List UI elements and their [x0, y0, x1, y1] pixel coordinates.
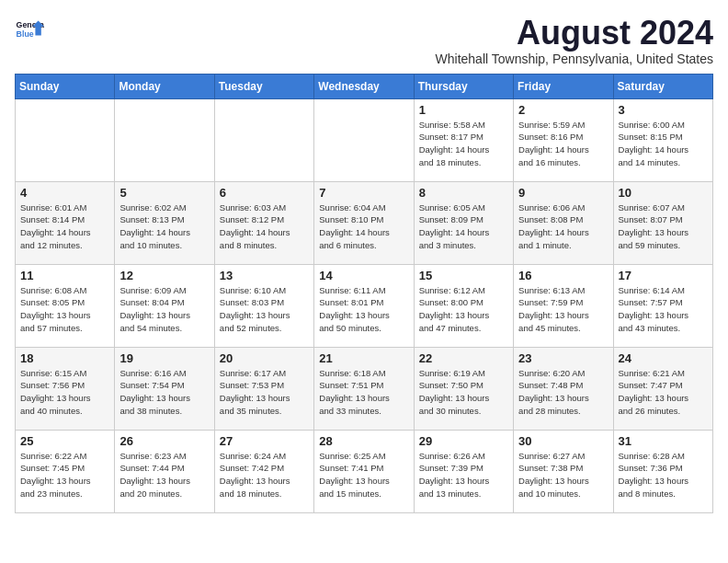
- day-number-9: 9: [518, 186, 608, 200]
- day-cell-26: 26Sunrise: 6:23 AM Sunset: 7:44 PM Dayli…: [115, 430, 214, 512]
- day-info-31: Sunrise: 6:28 AM Sunset: 7:36 PM Dayligh…: [619, 450, 708, 500]
- week-row-5: 25Sunrise: 6:22 AM Sunset: 7:45 PM Dayli…: [16, 430, 713, 512]
- day-number-10: 10: [619, 186, 708, 200]
- day-info-9: Sunrise: 6:06 AM Sunset: 8:08 PM Dayligh…: [518, 201, 608, 252]
- day-cell-22: 22Sunrise: 6:19 AM Sunset: 7:50 PM Dayli…: [414, 347, 513, 430]
- day-info-11: Sunrise: 6:08 AM Sunset: 8:05 PM Dayligh…: [20, 284, 109, 335]
- day-info-20: Sunrise: 6:17 AM Sunset: 7:53 PM Dayligh…: [220, 367, 309, 418]
- weekday-header-friday: Friday: [514, 74, 613, 98]
- day-info-4: Sunrise: 6:01 AM Sunset: 8:14 PM Dayligh…: [20, 201, 109, 252]
- day-cell-24: 24Sunrise: 6:21 AM Sunset: 7:47 PM Dayli…: [613, 347, 712, 430]
- weekday-header-monday: Monday: [115, 74, 214, 98]
- week-row-1: 1Sunrise: 5:58 AM Sunset: 8:17 PM Daylig…: [16, 98, 713, 181]
- day-number-3: 3: [619, 103, 708, 117]
- weekday-header-thursday: Thursday: [414, 74, 513, 98]
- empty-cell: [115, 98, 214, 181]
- day-cell-6: 6Sunrise: 6:03 AM Sunset: 8:12 PM Daylig…: [214, 181, 313, 264]
- day-number-13: 13: [220, 269, 309, 282]
- day-number-8: 8: [419, 186, 508, 200]
- day-info-1: Sunrise: 5:58 AM Sunset: 8:17 PM Dayligh…: [419, 119, 508, 169]
- day-cell-2: 2Sunrise: 5:59 AM Sunset: 8:16 PM Daylig…: [514, 98, 613, 181]
- week-row-4: 18Sunrise: 6:15 AM Sunset: 7:56 PM Dayli…: [16, 347, 713, 430]
- day-number-15: 15: [419, 269, 508, 282]
- logo: General Blue: [15, 15, 44, 44]
- day-cell-7: 7Sunrise: 6:04 AM Sunset: 8:10 PM Daylig…: [314, 181, 414, 264]
- day-cell-13: 13Sunrise: 6:10 AM Sunset: 8:03 PM Dayli…: [214, 264, 313, 347]
- day-info-26: Sunrise: 6:23 AM Sunset: 7:44 PM Dayligh…: [119, 450, 209, 500]
- day-info-19: Sunrise: 6:16 AM Sunset: 7:54 PM Dayligh…: [119, 367, 209, 418]
- calendar-table: SundayMondayTuesdayWednesdayThursdayFrid…: [15, 74, 713, 513]
- day-number-14: 14: [319, 269, 408, 282]
- day-number-7: 7: [319, 186, 408, 200]
- day-number-1: 1: [419, 103, 508, 117]
- day-info-3: Sunrise: 6:00 AM Sunset: 8:15 PM Dayligh…: [619, 119, 708, 169]
- day-number-29: 29: [419, 434, 508, 448]
- day-cell-5: 5Sunrise: 6:02 AM Sunset: 8:13 PM Daylig…: [115, 181, 214, 264]
- day-info-10: Sunrise: 6:07 AM Sunset: 8:07 PM Dayligh…: [619, 201, 708, 252]
- location-title: Whitehall Township, Pennsylvania, United…: [436, 52, 713, 66]
- day-cell-1: 1Sunrise: 5:58 AM Sunset: 8:17 PM Daylig…: [414, 98, 513, 181]
- day-cell-20: 20Sunrise: 6:17 AM Sunset: 7:53 PM Dayli…: [214, 347, 313, 430]
- day-info-23: Sunrise: 6:20 AM Sunset: 7:48 PM Dayligh…: [518, 367, 608, 418]
- week-row-3: 11Sunrise: 6:08 AM Sunset: 8:05 PM Dayli…: [16, 264, 713, 347]
- day-cell-10: 10Sunrise: 6:07 AM Sunset: 8:07 PM Dayli…: [613, 181, 712, 264]
- day-info-2: Sunrise: 5:59 AM Sunset: 8:16 PM Dayligh…: [518, 119, 608, 169]
- day-cell-8: 8Sunrise: 6:05 AM Sunset: 8:09 PM Daylig…: [414, 181, 513, 264]
- day-info-21: Sunrise: 6:18 AM Sunset: 7:51 PM Dayligh…: [319, 367, 408, 418]
- day-cell-23: 23Sunrise: 6:20 AM Sunset: 7:48 PM Dayli…: [514, 347, 613, 430]
- day-number-12: 12: [119, 269, 209, 282]
- day-info-6: Sunrise: 6:03 AM Sunset: 8:12 PM Dayligh…: [220, 201, 309, 252]
- day-number-18: 18: [20, 351, 109, 365]
- month-title: August 2024: [436, 15, 713, 52]
- empty-cell: [214, 98, 313, 181]
- day-cell-21: 21Sunrise: 6:18 AM Sunset: 7:51 PM Dayli…: [314, 347, 414, 430]
- weekday-header-tuesday: Tuesday: [214, 74, 313, 98]
- title-area: August 2024 Whitehall Township, Pennsylv…: [436, 15, 713, 66]
- day-info-28: Sunrise: 6:25 AM Sunset: 7:41 PM Dayligh…: [319, 450, 408, 500]
- logo-icon: General Blue: [15, 15, 44, 44]
- day-cell-4: 4Sunrise: 6:01 AM Sunset: 8:14 PM Daylig…: [16, 181, 115, 264]
- day-number-27: 27: [220, 434, 309, 448]
- day-number-17: 17: [619, 269, 708, 282]
- day-cell-14: 14Sunrise: 6:11 AM Sunset: 8:01 PM Dayli…: [314, 264, 414, 347]
- day-number-11: 11: [20, 269, 109, 282]
- day-info-17: Sunrise: 6:14 AM Sunset: 7:57 PM Dayligh…: [619, 284, 708, 335]
- day-number-30: 30: [518, 434, 608, 448]
- day-number-24: 24: [619, 351, 708, 365]
- day-info-22: Sunrise: 6:19 AM Sunset: 7:50 PM Dayligh…: [419, 367, 508, 418]
- day-cell-31: 31Sunrise: 6:28 AM Sunset: 7:36 PM Dayli…: [613, 430, 712, 512]
- day-number-22: 22: [419, 351, 508, 365]
- day-number-31: 31: [619, 434, 708, 448]
- weekday-header-saturday: Saturday: [613, 74, 712, 98]
- day-info-29: Sunrise: 6:26 AM Sunset: 7:39 PM Dayligh…: [419, 450, 508, 500]
- day-number-19: 19: [119, 351, 209, 365]
- weekday-header-wednesday: Wednesday: [314, 74, 414, 98]
- day-info-27: Sunrise: 6:24 AM Sunset: 7:42 PM Dayligh…: [220, 450, 309, 500]
- empty-cell: [314, 98, 414, 181]
- day-info-7: Sunrise: 6:04 AM Sunset: 8:10 PM Dayligh…: [319, 201, 408, 252]
- day-number-4: 4: [20, 186, 109, 200]
- day-cell-18: 18Sunrise: 6:15 AM Sunset: 7:56 PM Dayli…: [16, 347, 115, 430]
- day-number-5: 5: [119, 186, 209, 200]
- day-number-23: 23: [518, 351, 608, 365]
- svg-text:Blue: Blue: [17, 29, 34, 39]
- day-number-6: 6: [220, 186, 309, 200]
- day-number-26: 26: [119, 434, 209, 448]
- page-header: General Blue August 2024 Whitehall Towns…: [15, 15, 713, 66]
- day-number-20: 20: [220, 351, 309, 365]
- day-number-25: 25: [20, 434, 109, 448]
- day-number-2: 2: [518, 103, 608, 117]
- weekday-header-row: SundayMondayTuesdayWednesdayThursdayFrid…: [16, 74, 713, 98]
- day-info-25: Sunrise: 6:22 AM Sunset: 7:45 PM Dayligh…: [20, 450, 109, 500]
- day-cell-3: 3Sunrise: 6:00 AM Sunset: 8:15 PM Daylig…: [613, 98, 712, 181]
- day-cell-29: 29Sunrise: 6:26 AM Sunset: 7:39 PM Dayli…: [414, 430, 513, 512]
- day-info-15: Sunrise: 6:12 AM Sunset: 8:00 PM Dayligh…: [419, 284, 508, 335]
- day-number-16: 16: [518, 269, 608, 282]
- day-cell-30: 30Sunrise: 6:27 AM Sunset: 7:38 PM Dayli…: [514, 430, 613, 512]
- day-number-28: 28: [319, 434, 408, 448]
- empty-cell: [16, 98, 115, 181]
- day-cell-16: 16Sunrise: 6:13 AM Sunset: 7:59 PM Dayli…: [514, 264, 613, 347]
- day-cell-25: 25Sunrise: 6:22 AM Sunset: 7:45 PM Dayli…: [16, 430, 115, 512]
- day-info-30: Sunrise: 6:27 AM Sunset: 7:38 PM Dayligh…: [518, 450, 608, 500]
- day-cell-9: 9Sunrise: 6:06 AM Sunset: 8:08 PM Daylig…: [514, 181, 613, 264]
